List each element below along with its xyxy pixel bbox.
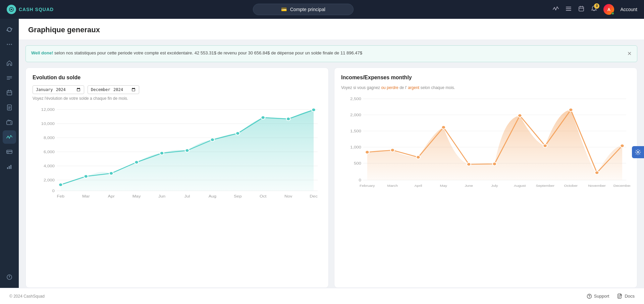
sidebar-item-charts[interactable] bbox=[3, 160, 16, 173]
svg-rect-14 bbox=[7, 91, 12, 95]
svg-text:July: July bbox=[491, 184, 498, 187]
evolution-chart-container: 12,000 10,000 8,000 6,000 4,000 2,000 0 bbox=[33, 106, 322, 281]
svg-text:6,000: 6,000 bbox=[44, 150, 55, 154]
account-label[interactable]: Account bbox=[620, 7, 637, 12]
svg-text:500: 500 bbox=[354, 161, 361, 166]
svg-point-9 bbox=[9, 44, 10, 45]
menu-icon-btn[interactable] bbox=[565, 5, 572, 14]
svg-text:Sep: Sep bbox=[234, 194, 242, 199]
svg-point-89 bbox=[595, 171, 599, 174]
date-from-input[interactable] bbox=[33, 85, 84, 94]
support-label: Support bbox=[594, 294, 609, 299]
svg-point-83 bbox=[441, 126, 445, 129]
svg-point-87 bbox=[543, 144, 547, 147]
alert-text: Well done! selon nos statistiques pour c… bbox=[31, 50, 362, 56]
sidebar-item-dots[interactable] bbox=[3, 38, 16, 51]
svg-point-50 bbox=[160, 151, 164, 155]
svg-point-80 bbox=[365, 150, 369, 154]
svg-point-46 bbox=[59, 183, 63, 186]
footer: © 2024 CashSquad Support Docs bbox=[0, 288, 644, 304]
page-title: Graphique generaux bbox=[28, 26, 635, 34]
account-selector-label: Compte principal bbox=[290, 7, 325, 12]
svg-rect-18 bbox=[7, 105, 11, 110]
sidebar-item-logout[interactable] bbox=[3, 270, 16, 284]
app-name: CASH SQUAD bbox=[19, 7, 54, 12]
svg-rect-27 bbox=[7, 167, 8, 169]
page-header: Graphique generaux bbox=[19, 19, 644, 40]
main-content: Graphique generaux Well done! selon nos … bbox=[19, 19, 644, 288]
svg-point-47 bbox=[84, 175, 88, 178]
notification-badge: 0 bbox=[594, 3, 599, 9]
svg-text:Dec: Dec bbox=[310, 194, 317, 199]
activity-icon-btn[interactable] bbox=[552, 5, 559, 14]
svg-point-90 bbox=[620, 144, 624, 147]
avatar[interactable]: A bbox=[603, 4, 614, 15]
svg-point-23 bbox=[10, 123, 11, 124]
svg-text:April: April bbox=[414, 184, 422, 187]
svg-point-10 bbox=[11, 44, 12, 45]
svg-point-103 bbox=[589, 297, 590, 298]
svg-point-81 bbox=[390, 148, 394, 152]
svg-text:Apr: Apr bbox=[108, 194, 114, 199]
notification-icon-btn[interactable]: 0 bbox=[591, 5, 597, 14]
svg-text:February: February bbox=[360, 184, 375, 187]
svg-text:Jul: Jul bbox=[184, 194, 190, 199]
income-expenses-subtitle: Voyez si vous gagnez ou perdre de l' arg… bbox=[341, 85, 630, 90]
sidebar-item-calendar[interactable] bbox=[3, 86, 16, 99]
date-controls bbox=[33, 85, 322, 94]
sidebar-item-transactions[interactable] bbox=[3, 71, 16, 85]
svg-text:8,000: 8,000 bbox=[44, 136, 55, 140]
svg-rect-26 bbox=[7, 153, 9, 153]
alert-close-button[interactable]: ✕ bbox=[627, 50, 632, 58]
alert-message: selon nos statistiques pour cette period… bbox=[54, 50, 362, 55]
svg-text:May: May bbox=[440, 184, 447, 187]
sidebar-item-home[interactable] bbox=[3, 56, 16, 70]
svg-point-8 bbox=[7, 44, 8, 45]
main-layout: Graphique generaux Well done! selon nos … bbox=[0, 19, 644, 288]
svg-text:10,000: 10,000 bbox=[41, 122, 55, 126]
alert-banner: Well done! selon nos statistiques pour c… bbox=[25, 45, 637, 62]
svg-text:Aug: Aug bbox=[209, 194, 216, 199]
evolution-chart-title: Evolution du solde bbox=[33, 75, 322, 81]
top-navigation: CASH SQUAD 💳 Compte principal bbox=[0, 0, 644, 19]
svg-point-82 bbox=[416, 156, 420, 159]
sidebar-item-cards[interactable] bbox=[3, 145, 16, 159]
income-expenses-chart-card: Incomes/Expenses monthly Voyez si vous g… bbox=[334, 68, 637, 288]
support-link[interactable]: Support bbox=[587, 294, 609, 299]
charts-row: Evolution du solde Voyez l'évolution de … bbox=[19, 68, 644, 288]
evolution-chart-card: Evolution du solde Voyez l'évolution de … bbox=[25, 68, 329, 288]
account-selector[interactable]: 💳 Compte principal bbox=[253, 4, 354, 15]
svg-text:12,000: 12,000 bbox=[41, 107, 55, 112]
date-to-input[interactable] bbox=[88, 85, 139, 94]
svg-text:2,000: 2,000 bbox=[350, 113, 361, 117]
svg-text:0: 0 bbox=[359, 178, 362, 182]
sidebar-item-wallet[interactable] bbox=[3, 116, 16, 129]
sidebar-item-reports[interactable] bbox=[3, 101, 16, 114]
svg-text:June: June bbox=[465, 184, 473, 187]
calendar-icon-btn[interactable] bbox=[578, 5, 585, 14]
footer-right: Support Docs bbox=[587, 294, 635, 299]
evolution-chart-svg: 12,000 10,000 8,000 6,000 4,000 2,000 0 bbox=[33, 106, 322, 204]
svg-text:0: 0 bbox=[52, 189, 55, 193]
alert-well-done: Well done! bbox=[31, 50, 53, 55]
svg-text:November: November bbox=[588, 184, 606, 187]
sidebar-item-sync[interactable] bbox=[3, 23, 16, 36]
settings-fab[interactable] bbox=[632, 146, 644, 158]
svg-point-52 bbox=[210, 138, 214, 141]
svg-text:Mar: Mar bbox=[82, 194, 90, 199]
income-expenses-chart-title: Incomes/Expenses monthly bbox=[341, 75, 630, 81]
sidebar-item-activity[interactable] bbox=[3, 130, 16, 144]
income-expenses-chart-container: 2,500 2,000 1,500 1,000 500 0 bbox=[341, 95, 630, 281]
svg-point-51 bbox=[185, 149, 189, 152]
svg-point-85 bbox=[492, 162, 496, 166]
svg-point-86 bbox=[518, 114, 522, 117]
docs-link[interactable]: Docs bbox=[617, 294, 635, 299]
svg-text:Feb: Feb bbox=[57, 194, 64, 199]
svg-text:August: August bbox=[514, 184, 526, 187]
income-expenses-chart-svg: 2,500 2,000 1,500 1,000 500 0 bbox=[341, 95, 630, 193]
svg-text:2,500: 2,500 bbox=[350, 97, 361, 101]
topnav-center: 💳 Compte principal bbox=[58, 4, 548, 15]
svg-text:1,500: 1,500 bbox=[350, 129, 361, 133]
svg-text:Jun: Jun bbox=[158, 194, 165, 199]
docs-label: Docs bbox=[625, 294, 635, 299]
